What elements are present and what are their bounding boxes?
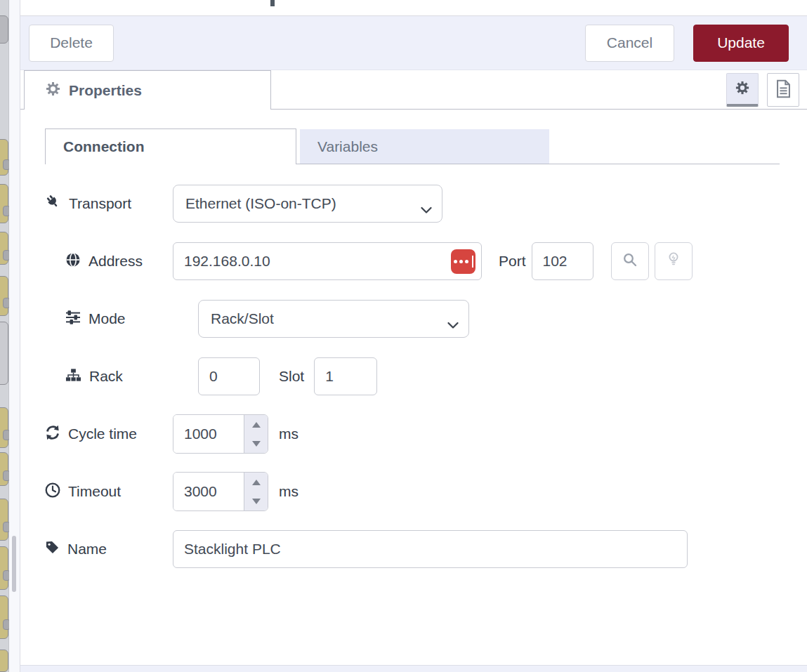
stepper-buttons — [244, 473, 268, 510]
port-input[interactable] — [532, 242, 593, 280]
cycle-time-row: Cycle time ms — [45, 414, 780, 454]
dialog-content: Connection Variables Transport — [20, 110, 807, 665]
slot-input[interactable] — [314, 357, 377, 395]
arrow-down-icon — [252, 441, 261, 447]
tab-connection-label: Connection — [63, 138, 145, 155]
workspace-canvas-sliver — [0, 0, 9, 672]
arrow-up-icon — [252, 480, 261, 485]
tray-footer — [20, 665, 807, 672]
delete-button[interactable]: Delete — [29, 25, 114, 62]
gear-icon — [735, 81, 749, 98]
scrollbar-thumb[interactable] — [12, 536, 16, 592]
transport-select-value: Ethernet (ISO-on-TCP) — [185, 195, 336, 212]
workspace-node-fragment — [0, 650, 8, 672]
refresh-icon — [45, 425, 60, 444]
document-icon — [775, 79, 792, 101]
cycle-time-input[interactable] — [173, 415, 244, 453]
tag-icon — [45, 540, 60, 558]
screen: Delete Cancel Update Properties — [0, 0, 807, 672]
name-input[interactable] — [173, 530, 688, 568]
workspace-node-fragment — [0, 322, 8, 385]
clipped-title-fragment — [270, 0, 275, 6]
workspace-node-fragment — [0, 139, 8, 176]
edit-properties-button[interactable] — [726, 73, 759, 107]
slot-label: Slot — [279, 368, 304, 385]
workspace-node-fragment — [0, 452, 8, 486]
properties-tab-bar: Properties — [20, 70, 807, 110]
transport-row: Transport Ethernet (ISO-on-TCP) — [45, 184, 780, 223]
password-autofill-icon[interactable] — [451, 249, 475, 274]
rack-label: Rack — [65, 368, 198, 386]
gear-icon — [46, 81, 60, 100]
transport-label: Transport — [45, 194, 173, 213]
transport-select[interactable]: Ethernet (ISO-on-TCP) — [173, 185, 442, 223]
workspace-node-fragment — [0, 595, 8, 639]
workspace-node-fragment — [0, 546, 8, 590]
step-up-button[interactable] — [244, 415, 268, 434]
edit-node-dialog: Delete Cancel Update Properties — [20, 0, 807, 672]
cycle-time-stepper — [173, 414, 268, 454]
workspace-node-fragment — [0, 276, 8, 316]
address-input[interactable] — [173, 242, 482, 280]
connection-variables-tab-bar: Connection Variables — [45, 129, 780, 164]
rack-input[interactable] — [198, 357, 260, 395]
plug-icon — [45, 194, 61, 213]
timeout-unit: ms — [279, 483, 298, 500]
dialog-titlebar — [20, 0, 807, 16]
search-icon — [622, 252, 638, 270]
timeout-row: Timeout ms — [45, 472, 780, 511]
timeout-input[interactable] — [173, 473, 244, 510]
search-button[interactable] — [611, 242, 649, 280]
cancel-button[interactable]: Cancel — [585, 25, 674, 62]
sliders-icon — [65, 310, 81, 329]
tab-properties[interactable]: Properties — [24, 70, 271, 110]
tray-header: Delete Cancel Update — [20, 16, 807, 70]
rack-row: Rack Slot — [45, 357, 780, 396]
name-row: Name — [45, 529, 780, 569]
hint-button[interactable] — [655, 242, 693, 280]
workspace-node-fragment — [0, 15, 8, 44]
workspace-node-fragment — [0, 184, 8, 223]
chevron-down-icon — [421, 201, 432, 218]
tab-connection[interactable]: Connection — [45, 129, 296, 164]
arrow-down-icon — [252, 499, 261, 504]
stepper-buttons — [244, 415, 268, 453]
name-label: Name — [45, 540, 173, 558]
address-label: Address — [65, 252, 173, 271]
clock-icon — [45, 482, 60, 501]
step-down-button[interactable] — [244, 492, 268, 510]
workspace-node-fragment — [0, 232, 8, 265]
tab-variables-label: Variables — [317, 138, 378, 155]
step-down-button[interactable] — [244, 434, 268, 453]
mode-select-value: Rack/Slot — [211, 310, 274, 327]
workspace-node-fragment — [0, 499, 8, 541]
editor-gutter — [9, 0, 20, 672]
address-field-wrap — [173, 242, 482, 280]
globe-icon — [65, 252, 81, 271]
lightbulb-icon — [667, 251, 681, 271]
step-up-button[interactable] — [244, 473, 268, 492]
workspace-node-fragment — [0, 407, 8, 448]
arrow-up-icon — [252, 422, 261, 428]
connection-form: Transport Ethernet (ISO-on-TCP) — [45, 164, 780, 569]
edit-description-button[interactable] — [767, 73, 799, 107]
address-row: Address Port — [45, 242, 780, 281]
header-icon-buttons — [726, 73, 799, 107]
mode-row: Mode Rack/Slot — [45, 299, 780, 338]
timeout-stepper — [173, 472, 268, 511]
update-button[interactable]: Update — [693, 25, 789, 62]
port-label: Port — [499, 253, 526, 270]
mode-select[interactable]: Rack/Slot — [198, 300, 469, 338]
sitemap-icon — [65, 368, 81, 386]
mode-label: Mode — [65, 310, 198, 329]
tab-variables[interactable]: Variables — [300, 129, 549, 164]
chevron-down-icon — [447, 316, 459, 333]
cycle-time-unit: ms — [279, 426, 298, 442]
timeout-label: Timeout — [45, 482, 173, 501]
cycle-time-label: Cycle time — [45, 425, 173, 444]
properties-tab-label: Properties — [69, 82, 142, 99]
